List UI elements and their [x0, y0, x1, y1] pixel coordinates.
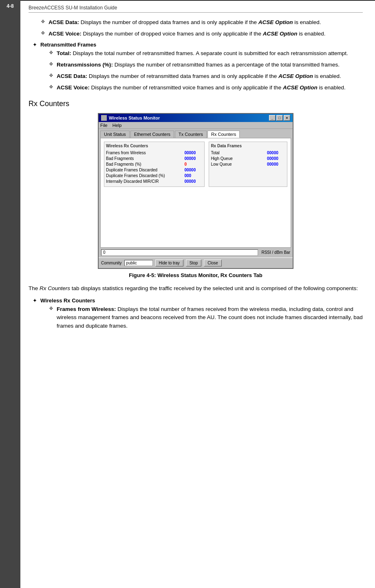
win-titlebar-left: Wireless Status Monitor [101, 115, 160, 121]
rx-counters-heading: Rx Counters [29, 100, 363, 108]
bullet-total-text: Total: Displays the total number of retr… [57, 49, 348, 58]
row-frames-from-wireless: Frames from Wireless 00000 [106, 151, 203, 155]
retransmitted-section: ✦ Retransmitted Frames ❖ Total: Displays… [33, 42, 363, 92]
page-container: 4-8 BreezeACCESS SU-M Installation Guide… [0, 0, 375, 588]
duplicate-frames-pct-label: Duplicate Frames Discarded (%) [106, 173, 165, 178]
bullet-acse-data-dropped-text: ACSE Data: Displays the number of droppe… [49, 18, 321, 27]
duplicate-frames-label: Duplicate Frames Discarded [106, 168, 157, 172]
wireless-status-monitor-window: Wireless Status Monitor _ □ × File Help … [98, 113, 293, 269]
menu-file[interactable]: File [100, 123, 108, 128]
empty-area [104, 187, 287, 244]
bullet-frames-from-wireless-text: Frames from Wireless: Displays the total… [57, 305, 363, 330]
low-queue-label: Low Queue [211, 162, 232, 166]
wireless-rx-counters-panel: Wireless Rx Counters Frames from Wireles… [104, 142, 205, 187]
tab-rx-counters[interactable]: Rx Counters [207, 131, 240, 138]
close-button[interactable]: × [284, 115, 290, 121]
wireless-rx-heading-item: ✦ Wireless Rx Counters [33, 297, 363, 304]
bullet-retransmissions: ❖ Retransmissions (%): Displays the numb… [45, 61, 363, 69]
acse-option-4: ACSE Option [283, 84, 318, 91]
row-total: Total 00000 [211, 151, 285, 155]
page-number-tab: 4-8 [0, 0, 20, 588]
bad-fragments-pct-label: Bad Fragments (%) [106, 162, 141, 166]
acse-data-retransmit-label: ACSE Data: [57, 73, 87, 79]
bullet-retransmissions-text: Retransmissions (%): Displays the number… [57, 61, 340, 69]
menu-help[interactable]: Help [112, 123, 122, 128]
diamond-icon-3: ❖ [49, 50, 53, 58]
community-label: Community [101, 261, 122, 265]
diamond-icon-4: ❖ [49, 61, 53, 69]
row-bad-fragments: Bad Fragments 00000 [106, 156, 203, 161]
row-internally-discarded: Internally Discarded MIR/CIR 00000 [106, 179, 203, 184]
diamond-icon-7: ❖ [49, 306, 53, 330]
wireless-rx-section: ✦ Wireless Rx Counters ❖ Frames from Wir… [33, 297, 363, 330]
retransmitted-heading: Retransmitted Frames [40, 42, 96, 48]
bullet-acse-voice-retransmit-text: ACSE Voice: Displays the number of retra… [57, 84, 346, 92]
retransmitted-bullets: ❖ Total: Displays the total number of re… [33, 49, 363, 92]
maximize-button[interactable]: □ [276, 115, 283, 121]
top-bullets: ❖ ACSE Data: Displays the number of drop… [29, 18, 363, 38]
high-queue-label: High Queue [211, 156, 232, 161]
community-input[interactable] [124, 260, 153, 266]
rx-data-frames-panel: Rx Data Frames Total 00000 High Queue 00… [209, 142, 287, 187]
win-title: Wireless Status Monitor [109, 115, 160, 120]
bullet-acse-data-dropped: ❖ ACSE Data: Displays the number of drop… [37, 18, 363, 27]
tab-unit-status[interactable]: Unit Status [100, 131, 130, 138]
rx-counters-italic: Rx Counters [40, 285, 70, 291]
bullet-total: ❖ Total: Displays the total number of re… [45, 49, 363, 58]
retransmissions-label: Retransmissions (%): [57, 62, 113, 68]
total-label: Total [211, 151, 219, 155]
duplicate-frames-pct-value: 000 [184, 173, 203, 178]
stop-button[interactable]: Stop [186, 260, 202, 266]
internally-discarded-label: Internally Discarded MIR/CIR [106, 179, 159, 184]
minimize-button[interactable]: _ [269, 115, 276, 121]
rssi-label: RSSI / dBm Bar [261, 250, 290, 255]
low-queue-value: 00000 [267, 162, 285, 166]
page-content: BreezeACCESS SU-M Installation Guide ❖ A… [20, 0, 375, 588]
diamond-icon-2: ❖ [41, 30, 45, 38]
bad-fragments-value: 00000 [184, 156, 203, 161]
rx-data-frames-title: Rx Data Frames [211, 144, 285, 149]
acse-option-1: ACSE Option [258, 19, 293, 25]
progress-value: 0 [103, 250, 106, 255]
diamond-icon-1: ❖ [41, 19, 45, 27]
plus-icon: ✦ [33, 42, 37, 48]
bullet-acse-voice-dropped: ❖ ACSE Voice: Displays the number of dro… [37, 30, 363, 38]
internally-discarded-value: 00000 [184, 179, 203, 184]
diamond-icon-5: ❖ [49, 73, 53, 80]
plus-icon-2: ✦ [33, 297, 37, 304]
duplicate-frames-value: 00000 [184, 168, 203, 172]
row-high-queue: High Queue 00000 [211, 156, 285, 161]
frames-from-wireless-label: Frames from Wireless [106, 151, 146, 155]
win-body: Wireless Rx Counters Frames from Wireles… [100, 138, 291, 248]
screenshot-container: Wireless Status Monitor _ □ × File Help … [29, 113, 363, 269]
win-menubar: File Help [99, 122, 293, 129]
row-duplicate-frames-pct: Duplicate Frames Discarded (%) 000 [106, 173, 203, 178]
wireless-rx-heading: Wireless Rx Counters [40, 297, 95, 304]
page-number: 4-8 [7, 3, 13, 9]
win-tabs: Unit Status Ethernet Counters Tx Counter… [99, 129, 293, 138]
row-duplicate-frames: Duplicate Frames Discarded 00000 [106, 168, 203, 172]
tab-tx-counters[interactable]: Tx Counters [175, 131, 207, 138]
hide-to-tray-button[interactable]: Hide to tray [155, 260, 183, 266]
acse-option-3: ACSE Option [278, 73, 313, 79]
tab-ethernet-counters[interactable]: Ethernet Counters [130, 131, 174, 138]
wireless-rx-bullets: ❖ Frames from Wireless: Displays the tot… [33, 305, 363, 330]
figure-caption: Figure 4-5: Wireless Status Monitor, Rx … [29, 272, 363, 278]
bullet-acse-voice-dropped-text: ACSE Voice: Displays the number of dropp… [49, 30, 326, 38]
body-text: The Rx Counters tab displays statistics … [29, 284, 363, 293]
close-footer-button[interactable]: Close [204, 260, 222, 266]
wireless-rx-counters-title: Wireless Rx Counters [106, 144, 203, 149]
high-queue-value: 00000 [267, 156, 285, 161]
total-value: 00000 [267, 151, 285, 155]
win-titlebar: Wireless Status Monitor _ □ × [99, 114, 293, 122]
row-low-queue: Low Queue 00000 [211, 162, 285, 166]
app-icon [101, 115, 107, 121]
diamond-icon-6: ❖ [49, 84, 53, 92]
acse-data-label: ACSE Data: [49, 19, 79, 25]
bad-fragments-label: Bad Fragments [106, 156, 134, 161]
win-controls[interactable]: _ □ × [269, 115, 290, 121]
header-title: BreezeACCESS SU-M Installation Guide [29, 5, 117, 11]
win-bottom-bar: 0 RSSI / dBm Bar [99, 248, 293, 257]
bullet-acse-data-retransmit: ❖ ACSE Data: Displays the number of retr… [45, 72, 363, 80]
win-footer: Community Hide to tray Stop Close [99, 257, 293, 268]
